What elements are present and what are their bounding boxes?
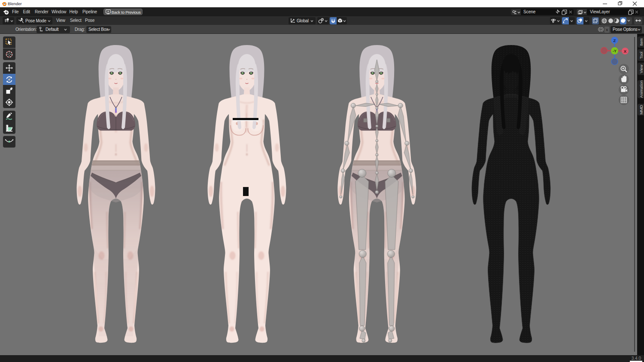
svg-text:Z: Z [614,38,616,43]
svg-text:X: X [624,49,627,54]
svg-text:-Y: -Y [613,49,617,53]
